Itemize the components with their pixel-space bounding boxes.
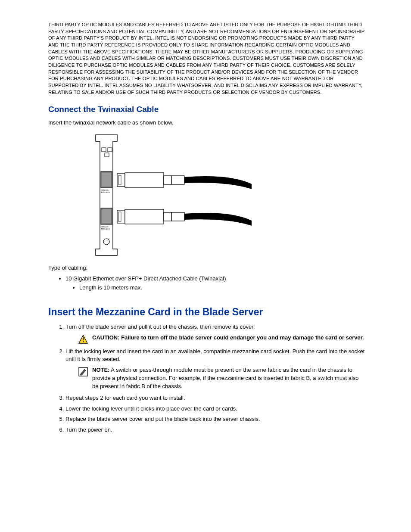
caution-icon xyxy=(78,335,88,344)
svg-rect-10 xyxy=(125,173,164,187)
step-1-text: Turn off the blade server and pull it ou… xyxy=(65,324,255,330)
step-1: Turn off the blade server and pull it ou… xyxy=(65,323,365,344)
heading-insert-mezzanine: Insert the Mezzanine Card in the Blade S… xyxy=(48,305,365,319)
note-label: NOTE: xyxy=(92,367,109,373)
svg-rect-6 xyxy=(102,209,111,223)
note-icon xyxy=(78,367,88,376)
svg-rect-17 xyxy=(171,212,184,221)
svg-rect-4 xyxy=(102,173,111,187)
type-of-cabling-label: Type of cabling: xyxy=(48,264,365,272)
step-3: Repeat steps 2 for each card you want to… xyxy=(65,394,365,402)
step-4: Lower the locking lever until it clicks … xyxy=(65,405,365,413)
svg-rect-2 xyxy=(105,153,109,157)
svg-rect-20 xyxy=(83,341,84,342)
cabling-type-item: 10 Gigabit Ethernet over SFP+ Direct Att… xyxy=(65,275,365,292)
step-5: Replace the blade server cover and put t… xyxy=(65,415,365,423)
cabling-length-item: Length is 10 meters max. xyxy=(79,284,365,292)
svg-rect-16 xyxy=(164,212,171,221)
svg-rect-15 xyxy=(125,209,164,224)
svg-rect-1 xyxy=(108,148,112,152)
svg-rect-11 xyxy=(164,176,171,184)
upper-cable xyxy=(117,173,252,189)
step-2: Lift the locking lever and insert the ca… xyxy=(65,348,365,391)
disclaimer-paragraph: THIRD PARTY OPTIC MODULES AND CABLES REF… xyxy=(48,22,365,96)
caution-label: CAUTION: xyxy=(92,334,120,341)
svg-rect-19 xyxy=(83,337,84,340)
twinaxial-intro: Insert the twinaxial network cable as sh… xyxy=(48,119,365,127)
twinaxial-figure: GRN 10G ACT/LNK A GRN 10G ACT/LNK B xyxy=(48,131,365,260)
cabling-type-text: 10 Gigabit Ethernet over SFP+ Direct Att… xyxy=(65,275,226,282)
note-text: NOTE: A switch or pass-through module mu… xyxy=(92,366,365,391)
twinaxial-cable-illustration: GRN 10G ACT/LNK A GRN 10G ACT/LNK B xyxy=(91,131,255,260)
mezzanine-steps: Turn off the blade server and pull it ou… xyxy=(48,323,365,434)
step-6: Turn the power on. xyxy=(65,426,365,434)
note-callout: NOTE: A switch or pass-through module mu… xyxy=(78,366,365,391)
svg-rect-0 xyxy=(102,148,106,152)
step-2-text: Lift the locking lever and insert the ca… xyxy=(65,348,364,363)
caution-callout: CAUTION: Failure to turn off the blade s… xyxy=(78,334,365,344)
svg-rect-12 xyxy=(171,176,184,184)
lower-cable xyxy=(117,209,252,226)
caution-body: Failure to turn off the blade server cou… xyxy=(120,334,364,341)
svg-point-7 xyxy=(103,239,109,245)
heading-connect-twinaxial: Connect the Twinaxial Cable xyxy=(48,103,365,115)
label-act-b: ACT/LNK B xyxy=(101,228,110,230)
note-body: A switch or pass-through module must be … xyxy=(92,367,359,389)
label-act-a: ACT/LNK A xyxy=(101,191,110,193)
caution-text: CAUTION: Failure to turn off the blade s… xyxy=(92,334,365,342)
cabling-type-list: 10 Gigabit Ethernet over SFP+ Direct Att… xyxy=(48,275,365,292)
